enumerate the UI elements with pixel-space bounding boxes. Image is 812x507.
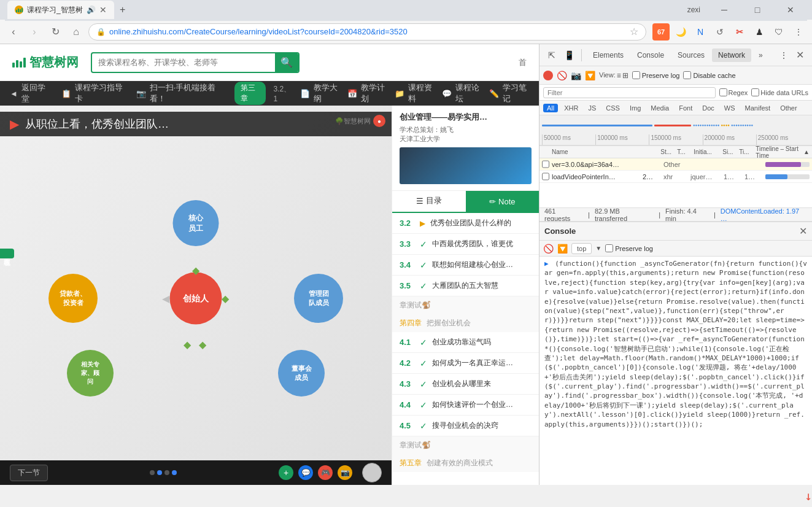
filter-css[interactable]: CSS (602, 104, 624, 112)
request-row-2[interactable]: loadVideoPointerIn… 2… xhr jquer… 1… 1… (539, 171, 812, 183)
col-timeline[interactable]: Timeline – Start Time ▲ (756, 145, 810, 159)
filter-button[interactable]: 🔽 (585, 71, 595, 80)
video-area[interactable]: ▶ 从职位上看，优秀创业团队… 🌳智慧树网 ● (0, 106, 392, 460)
view-grid-icon[interactable]: ⊞ (622, 71, 628, 80)
action-icon-1[interactable]: + (279, 465, 293, 480)
console-clear-icon[interactable]: 🚫 (543, 244, 554, 254)
filter-xhr[interactable]: XHR (560, 104, 582, 112)
nav-back-classroom[interactable]: ◄ 返回学堂 (10, 82, 49, 104)
preserve-log-check-network[interactable] (632, 71, 640, 79)
action-icon-4[interactable]: 📷 (338, 465, 352, 480)
col-type[interactable]: T... (677, 149, 692, 155)
preserve-log-label[interactable]: Preserve log (605, 244, 653, 252)
course-item-4-1[interactable]: 4.1 ✓ 创业成功靠运气吗 (392, 332, 539, 353)
request-row-1[interactable]: ver=3.0.0&api=36a4… Other (539, 158, 812, 171)
filter-ws[interactable]: WS (721, 104, 739, 112)
maximize-button[interactable]: □ (743, 0, 771, 20)
tab-sources[interactable]: Sources (671, 48, 711, 62)
tab-more[interactable]: » (752, 48, 769, 62)
col-status[interactable]: St... (660, 149, 676, 155)
search-box[interactable]: 🔍 (91, 52, 300, 73)
nav-material[interactable]: 📁 课程资料 (395, 82, 435, 104)
course-item-3-5[interactable]: 3.5 ✓ 大雁团队的五大智慧 (392, 276, 539, 296)
record-button[interactable] (543, 71, 553, 80)
extension-icon-4[interactable]: ↺ (711, 23, 729, 41)
hide-data-urls-label[interactable]: Hide data URLs (751, 88, 808, 96)
col-size[interactable]: Si... (722, 149, 738, 155)
course-item-4-2[interactable]: 4.2 ✓ 如何成为一名真正幸运… (392, 353, 539, 374)
view-list-icon[interactable]: ≡ (617, 71, 621, 80)
devtools-settings-icon[interactable]: ⋮ (776, 48, 791, 63)
devtools-close-button[interactable]: ✕ (792, 48, 807, 63)
col-time[interactable]: Ti... (739, 149, 754, 155)
course-item-3-4[interactable]: 3.4 ✓ 联想如何组建核心创业… (392, 255, 539, 276)
req-checkbox-2[interactable] (542, 172, 549, 180)
course-item-4-4[interactable]: 4.4 ✓ 如何快速评价一个创业… (392, 395, 539, 416)
nav-outline[interactable]: 📄 教学大纲 (300, 82, 340, 104)
regex-checkbox[interactable] (719, 88, 727, 96)
filter-manifest[interactable]: Manifest (741, 104, 775, 112)
filter-js[interactable]: JS (584, 104, 600, 112)
hide-data-checkbox[interactable] (751, 88, 759, 96)
tab-elements[interactable]: Elements (587, 48, 630, 62)
menu-button[interactable]: ⋮ (790, 23, 807, 41)
extension-icon-7[interactable]: 🛡 (770, 23, 787, 41)
console-context-selector[interactable]: top (571, 243, 592, 254)
regex-checkbox-label[interactable]: Regex (719, 88, 748, 96)
nav-scan[interactable]: 📷 扫一扫·手机端接着看！ (136, 82, 222, 104)
url-bar[interactable]: 🔒 online.zhihuishu.com/CreateCourse/lear… (88, 23, 646, 41)
action-icon-2[interactable]: 💬 (298, 465, 313, 480)
tab-console[interactable]: Console (631, 48, 670, 62)
course-item-3-3[interactable]: 3.3 ✓ 中西最优秀团队，谁更优 (392, 234, 539, 255)
col-name[interactable]: Name (552, 149, 659, 155)
extension-icon-5[interactable]: ✂ (731, 23, 748, 41)
extension-icon-6[interactable]: ♟ (751, 23, 768, 41)
extension-icon-3[interactable]: N (692, 23, 709, 41)
nav-plan[interactable]: 📅 教学计划 (347, 82, 387, 104)
tab-network[interactable]: Network (712, 48, 751, 62)
tab-audio-icon[interactable]: 🔊 (87, 6, 96, 14)
course-item-4-3[interactable]: 4.3 ✓ 创业机会从哪里来 (392, 374, 539, 395)
extension-icon-1[interactable]: 67 (652, 23, 670, 41)
back-button[interactable]: ‹ (5, 23, 22, 41)
filter-font[interactable]: Font (675, 104, 696, 112)
search-button[interactable]: 🔍 (275, 53, 298, 72)
tab-close-button[interactable]: ✕ (99, 5, 107, 15)
online-service-button[interactable]: 在线客服 (0, 249, 14, 258)
bookmark-icon[interactable]: ☆ (630, 26, 638, 37)
nav-forum[interactable]: 💬 课程论坛 (442, 82, 482, 104)
action-icon-3[interactable]: 🎮 (318, 465, 333, 480)
filter-media[interactable]: Media (647, 104, 673, 112)
camera-button[interactable]: 📷 (571, 71, 581, 80)
filter-other[interactable]: Other (776, 104, 801, 112)
preserve-log-checkbox-network[interactable]: Preserve log (632, 71, 680, 79)
preserve-log-checkbox[interactable] (605, 244, 613, 252)
home-button[interactable]: ⌂ (68, 23, 85, 41)
network-filter-input[interactable] (543, 87, 716, 98)
course-item-4-5[interactable]: 4.5 ✓ 搜寻创业机会的决窍 (392, 416, 539, 436)
tab-note[interactable]: ✏ Note (466, 191, 539, 212)
clear-button[interactable]: 🚫 (557, 71, 567, 80)
course-item-3-2[interactable]: 3.2 ▶ 优秀创业团队是什么样的 (392, 213, 539, 234)
search-input[interactable] (92, 58, 275, 67)
next-lesson-button[interactable]: 下一节 (10, 465, 48, 481)
forward-button[interactable]: › (26, 23, 43, 41)
col-initiator[interactable]: Initia... (694, 149, 721, 155)
console-dropdown-arrow[interactable]: ▼ (595, 245, 601, 252)
disable-cache-checkbox[interactable]: Disable cache (683, 71, 735, 79)
tab-catalog[interactable]: ☰ 目录 (392, 191, 466, 212)
nav-notes[interactable]: ✏️ 学习笔记 (489, 82, 529, 104)
console-filter-icon[interactable]: 🔽 (557, 244, 568, 254)
console-close-button[interactable]: ✕ (799, 225, 807, 237)
extension-icon-2[interactable]: 🌙 (672, 23, 689, 41)
active-tab[interactable]: 课程学习_智慧树 🔊 ✕ (7, 1, 114, 19)
reload-button[interactable]: ↻ (47, 23, 64, 41)
nav-study-guide[interactable]: 📋 课程学习指导卡 (61, 82, 124, 104)
req-checkbox-1[interactable] (542, 160, 549, 168)
new-tab-button[interactable]: + (114, 1, 131, 18)
filter-doc[interactable]: Doc (698, 104, 718, 112)
devtools-device-icon[interactable]: 📱 (562, 48, 576, 63)
minimize-button[interactable]: ─ (710, 0, 738, 20)
close-button[interactable]: ✕ (776, 0, 805, 20)
filter-img[interactable]: Img (626, 104, 644, 112)
